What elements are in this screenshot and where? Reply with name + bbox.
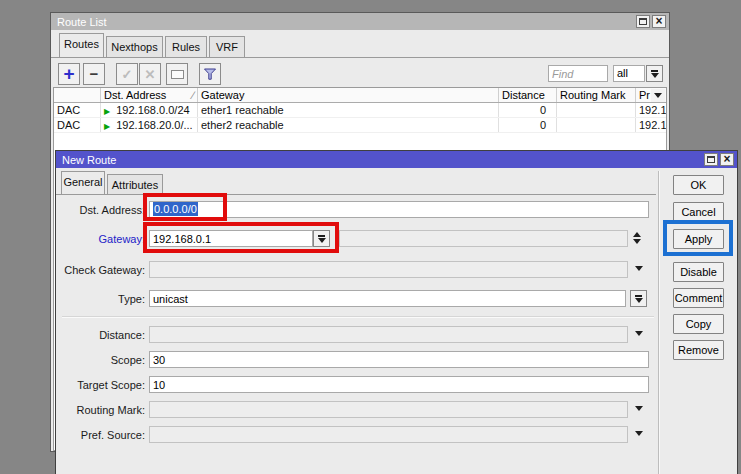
pref-source-input[interactable] (149, 426, 628, 443)
column-header-routing-mark[interactable]: Routing Mark (557, 88, 636, 102)
maximize-icon (707, 156, 715, 163)
route-distance: 0 (499, 103, 557, 117)
gateway-input[interactable] (149, 230, 313, 247)
dropdown-icon (635, 331, 643, 336)
route-list-maximize-button[interactable] (636, 15, 650, 28)
sort-ascending-icon: ∕ (192, 88, 194, 102)
dropdown-icon (635, 295, 642, 297)
route-table-header: Dst. Address ∕ Gateway Distance Routing … (54, 88, 666, 103)
type-dropdown-button[interactable] (630, 290, 647, 307)
copy-button[interactable]: Copy (673, 314, 724, 334)
comment-card-icon (171, 70, 184, 79)
dropdown-icon (651, 73, 659, 78)
route-routing-mark (557, 118, 636, 132)
tab-nexthops[interactable]: Nexthops (106, 36, 163, 57)
tab-vrf[interactable]: VRF (209, 36, 245, 57)
route-list-titlebar[interactable]: Route List × (51, 13, 669, 30)
section-divider (62, 316, 654, 317)
tab-general[interactable]: General (61, 171, 105, 194)
enable-route-button[interactable]: ✓ (116, 63, 138, 85)
filter-scope-dropdown-button[interactable] (646, 65, 663, 82)
remove-route-button[interactable]: − (83, 63, 105, 85)
tab-routes[interactable]: Routes (59, 33, 104, 57)
up-arrow-icon (633, 232, 641, 237)
dialog-close-button[interactable]: × (720, 153, 734, 166)
ok-button[interactable]: OK (673, 175, 724, 195)
column-header-dst-address[interactable]: Dst. Address ∕ (101, 88, 198, 102)
column-header-gateway[interactable]: Gateway (198, 88, 499, 102)
check-icon: ✓ (122, 67, 133, 82)
plus-icon: + (63, 66, 74, 82)
gateway-dropdown-button[interactable] (313, 230, 330, 247)
routing-mark-label: Routing Mark: (56, 404, 145, 416)
route-distance: 0 (499, 118, 557, 132)
tab-rules[interactable]: Rules (165, 36, 207, 57)
disable-button[interactable]: Disable (673, 262, 724, 282)
remove-button[interactable]: Remove (673, 340, 724, 360)
down-arrow-icon (633, 239, 641, 244)
dialog-maximize-button[interactable] (704, 153, 718, 166)
dropdown-icon (635, 431, 643, 436)
gateway-label[interactable]: Gateway: (56, 233, 145, 245)
routing-mark-dropdown[interactable] (633, 406, 645, 411)
table-row[interactable]: DAC ▶ 192.168.0.0/24 ether1 reachable 0 … (54, 103, 666, 118)
dropdown-icon (318, 238, 326, 243)
check-gateway-dropdown[interactable] (633, 266, 645, 271)
pref-source-dropdown[interactable] (633, 431, 645, 436)
column-header-flags[interactable] (54, 88, 101, 102)
dst-address-input[interactable]: 0.0.0.0/0 (149, 201, 649, 218)
new-route-dialog: New Route × General Attributes Dst. Addr… (55, 150, 738, 474)
type-label: Type: (56, 293, 145, 305)
target-scope-input[interactable] (149, 376, 649, 393)
selected-text: 0.0.0.0/0 (153, 202, 198, 216)
routing-mark-input[interactable] (149, 401, 628, 418)
route-flags: DAC (54, 103, 101, 117)
x-icon: ✕ (145, 67, 156, 82)
comment-route-button[interactable] (166, 63, 188, 85)
cancel-button[interactable]: Cancel (673, 202, 724, 222)
route-gateway: ether1 reachable (198, 103, 499, 117)
tab-rules-label: Rules (172, 41, 200, 53)
gateway-extra-slot (339, 230, 628, 247)
tab-general-label: General (63, 176, 102, 188)
column-header-distance[interactable]: Distance (499, 88, 557, 102)
route-gateway: ether2 reachable (198, 118, 499, 132)
comment-button[interactable]: Comment (673, 288, 724, 308)
check-gateway-input[interactable] (149, 261, 628, 278)
filter-scope-select[interactable]: all (613, 65, 645, 82)
type-input[interactable] (149, 290, 626, 307)
dropdown-icon (635, 406, 643, 411)
dropdown-icon (635, 266, 643, 271)
route-dst-value: 192.168.0.0/24 (116, 104, 189, 116)
pref-source-label: Pref. Source: (56, 429, 145, 441)
tab-attributes[interactable]: Attributes (107, 174, 163, 194)
gateway-add-remove-stepper[interactable] (633, 232, 641, 244)
distance-dropdown[interactable] (633, 331, 645, 336)
find-input[interactable] (548, 65, 608, 82)
distance-label: Distance: (56, 329, 145, 341)
dropdown-icon (654, 93, 662, 98)
column-header-label: Dst. Address (104, 89, 166, 101)
column-selector-dropdown[interactable] (651, 89, 665, 102)
route-dst-address: ▶ 192.168.0.0/24 (101, 103, 198, 117)
table-row[interactable]: DAC ▶ 192.168.20.0/... ether2 reachable … (54, 118, 666, 133)
route-list-title: Route List (57, 16, 636, 28)
tab-baseline (51, 57, 669, 58)
dropdown-icon (635, 298, 643, 303)
tab-nexthops-label: Nexthops (111, 41, 157, 53)
dst-address-label: Dst. Address: (56, 204, 145, 216)
maximize-icon (639, 18, 647, 25)
tab-attributes-label: Attributes (112, 179, 158, 191)
apply-button[interactable]: Apply (673, 229, 724, 249)
disable-route-button[interactable]: ✕ (139, 63, 161, 85)
add-route-button[interactable]: + (58, 63, 80, 85)
tab-vrf-label: VRF (216, 41, 238, 53)
button-panel-divider (658, 171, 659, 474)
close-icon: × (655, 15, 662, 27)
route-dst-value: 192.168.20.0/... (116, 119, 192, 131)
distance-input[interactable] (149, 326, 628, 343)
scope-input[interactable] (149, 351, 649, 368)
new-route-titlebar[interactable]: New Route × (56, 151, 737, 168)
route-list-close-button[interactable]: × (652, 15, 666, 28)
filter-button[interactable] (199, 63, 221, 85)
